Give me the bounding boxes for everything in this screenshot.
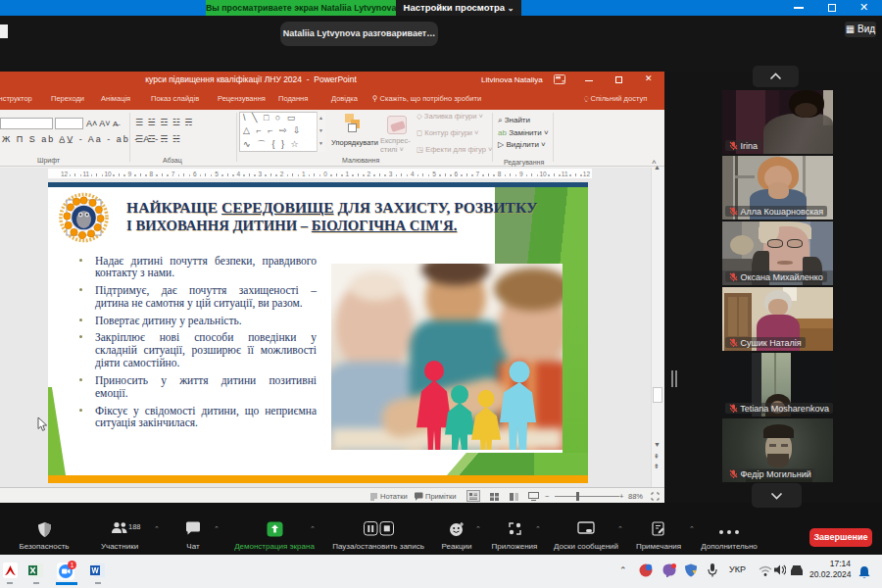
svg-text:1: 1 [71,562,74,568]
